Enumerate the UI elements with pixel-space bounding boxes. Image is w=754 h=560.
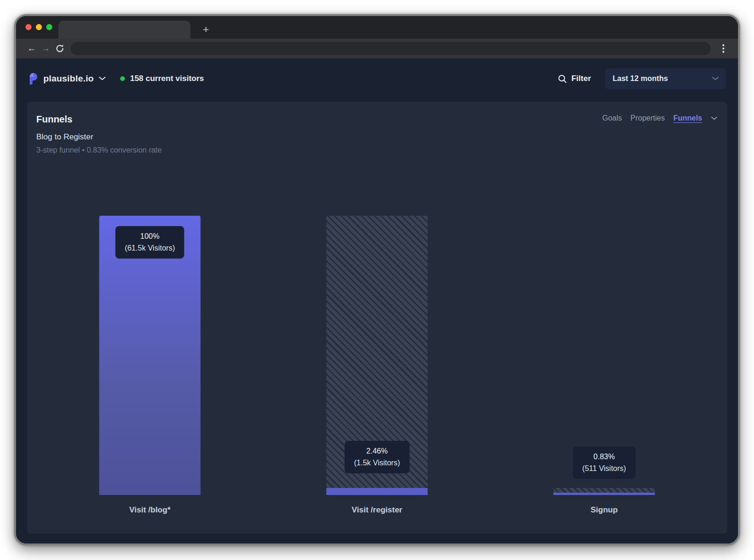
reload-icon [55, 44, 65, 53]
browser-tab-strip: + [16, 16, 738, 39]
close-window-button[interactable] [25, 24, 32, 30]
new-tab-button[interactable]: + [199, 23, 213, 37]
window-controls [25, 24, 52, 30]
tooltip-percent: 2.46% [354, 447, 400, 455]
plausible-logo-icon [28, 73, 39, 85]
funnel-step-labels: Visit /blog* Visit /register Signup [36, 505, 718, 515]
funnel-step-column: 0.83% (511 Visitors) [491, 216, 718, 495]
browser-menu-button[interactable] [717, 41, 729, 56]
browser-tab[interactable] [58, 21, 190, 39]
funnel-step-column: 2.46% (1.5k Visitors) [263, 216, 491, 495]
site-switcher-button[interactable] [98, 76, 106, 81]
chevron-down-icon[interactable] [711, 116, 718, 121]
step-label: Visit /register [263, 505, 491, 515]
funnel-bar-tooltip: 100% (61.5k Visitors) [115, 226, 184, 259]
tab-properties[interactable]: Properties [631, 114, 665, 122]
funnel-step-column: 100% (61.5k Visitors) [36, 216, 263, 495]
tooltip-visitors: (1.5k Visitors) [354, 459, 400, 467]
tooltip-visitors: (511 Visitors) [582, 464, 626, 473]
date-range-value: Last 12 months [613, 74, 668, 83]
funnel-name: Blog to Register [36, 132, 718, 142]
minimize-window-button[interactable] [36, 24, 42, 30]
date-range-dropdown[interactable]: Last 12 months [605, 68, 726, 89]
filter-label: Filter [571, 74, 591, 83]
app-content: plausible.io 158 current visitors Filter… [16, 58, 738, 545]
chevron-down-icon [712, 76, 719, 81]
search-icon [558, 74, 567, 83]
live-visitors[interactable]: 158 current visitors [120, 74, 204, 83]
kebab-menu-icon [722, 44, 724, 46]
browser-navbar: ← → [16, 39, 738, 58]
tab-goals[interactable]: Goals [602, 114, 622, 122]
funnel-bar-solid [327, 488, 428, 495]
chevron-down-icon [98, 76, 106, 81]
tooltip-visitors: (61.5k Visitors) [125, 244, 175, 252]
funnel-meta: 3-step funnel • 0.83% conversion rate [36, 146, 718, 154]
step-label: Visit /blog* [36, 505, 263, 515]
funnel-chart: 100% (61.5k Visitors) 2.46% (1.5k Visito… [36, 216, 718, 495]
back-button[interactable]: ← [25, 41, 39, 56]
funnels-panel: Funnels Goals Properties Funnels Blog to… [27, 102, 727, 534]
reload-button[interactable] [53, 41, 67, 56]
site-name: plausible.io [43, 73, 94, 84]
tooltip-percent: 0.83% [582, 453, 626, 461]
zoom-window-button[interactable] [46, 24, 52, 30]
live-dot-icon [120, 76, 125, 81]
step-label: Signup [491, 505, 718, 515]
address-bar[interactable] [71, 42, 711, 55]
forward-button[interactable]: → [39, 41, 53, 56]
tooltip-percent: 100% [125, 232, 175, 241]
dashboard-header: plausible.io 158 current visitors Filter… [16, 58, 738, 99]
panel-title: Funnels [36, 114, 73, 125]
filter-button[interactable]: Filter [558, 74, 591, 83]
browser-window: + ← → plausible.io [14, 14, 740, 545]
funnel-bar-tooltip: 2.46% (1.5k Visitors) [344, 441, 410, 473]
live-visitors-label: 158 current visitors [130, 74, 204, 83]
panel-mode-tabs: Goals Properties Funnels [602, 114, 718, 122]
tab-funnels[interactable]: Funnels [673, 114, 702, 122]
funnel-bar-solid [554, 493, 655, 495]
funnel-bar-tooltip: 0.83% (511 Visitors) [573, 446, 636, 479]
